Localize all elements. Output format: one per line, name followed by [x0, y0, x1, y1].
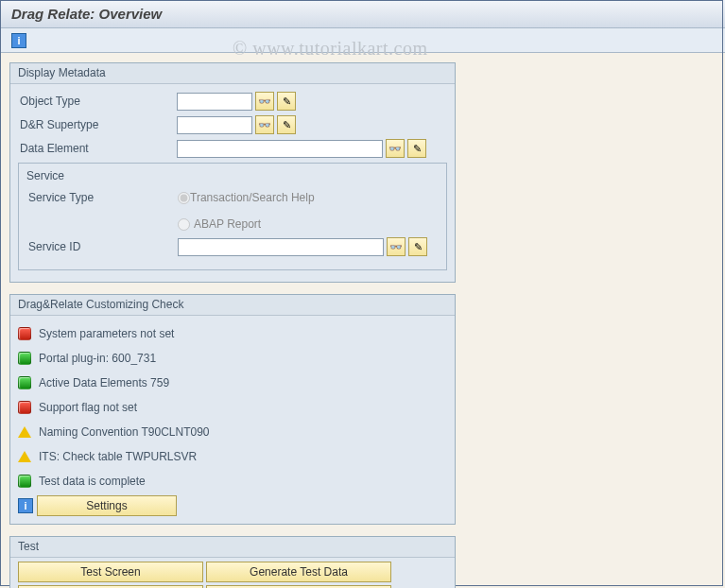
settings-button[interactable]: Settings [37, 495, 177, 516]
pencil-icon[interactable]: ✎ [408, 237, 427, 256]
status-row: Portal plug-in: 600_731 [18, 348, 447, 369]
status-row: Naming Convention T90CLNT090 [18, 422, 447, 442]
error-icon [18, 401, 31, 414]
status-text: Support flag not set [39, 401, 137, 414]
input-object-type[interactable] [177, 93, 252, 111]
pencil-icon[interactable]: ✎ [277, 115, 296, 134]
error-icon [18, 327, 31, 340]
status-row: Active Data Elements 759 [18, 372, 447, 393]
status-text: ITS: Check table TWPURLSVR [39, 450, 197, 463]
ok-icon [18, 352, 31, 365]
row-service-type: Service Type Transaction/Search Help [26, 191, 439, 212]
label-object-type: Object Type [18, 95, 177, 108]
settings-row: i Settings [18, 495, 447, 516]
glasses-icon[interactable]: 👓 [255, 115, 274, 134]
warning-icon [18, 451, 31, 462]
test-button-grid: Test Screen Generate Test Data Delete Qu… [18, 562, 447, 588]
input-supertype[interactable] [177, 116, 252, 134]
page-title: Drag Relate: Overview [0, 0, 725, 28]
info-icon[interactable]: i [18, 498, 33, 513]
panel-test: Test Test Screen Generate Test Data Dele… [9, 536, 456, 588]
row-abap-report: ABAP Report [178, 215, 439, 233]
status-row: Test data is complete [18, 471, 447, 492]
glasses-icon[interactable]: 👓 [387, 237, 406, 256]
status-text: Active Data Elements 759 [39, 376, 169, 389]
row-object-type: Object Type 👓 ✎ [18, 91, 447, 112]
status-text: Naming Convention T90CLNT090 [39, 425, 210, 439]
status-text: Portal plug-in: 600_731 [39, 352, 156, 365]
panel-customizing-check: Drag&Relate Customizing Check System par… [9, 294, 456, 525]
label-data-element: Data Element [18, 142, 177, 155]
status-text: System parameters not set [39, 327, 174, 340]
label-service-type: Service Type [26, 191, 178, 204]
panel-title: Test [10, 537, 455, 558]
panel-title: Drag&Relate Customizing Check [10, 295, 455, 316]
row-service-id: Service ID 👓 ✎ [26, 236, 439, 257]
info-icon[interactable]: i [11, 33, 26, 48]
panel-display-metadata: Display Metadata Object Type 👓 ✎ D&R Sup… [9, 62, 456, 283]
radio-label-abap: ABAP Report [194, 217, 261, 231]
glasses-icon[interactable]: 👓 [255, 92, 274, 111]
input-data-element[interactable] [177, 140, 383, 158]
pencil-icon[interactable]: ✎ [277, 92, 296, 111]
radio-transaction [178, 192, 190, 204]
service-title: Service [26, 167, 439, 188]
test-screen-button[interactable]: Test Screen [18, 562, 203, 582]
content-area: Display Metadata Object Type 👓 ✎ D&R Sup… [0, 53, 725, 588]
ok-icon [18, 475, 31, 488]
input-service-id[interactable] [178, 238, 384, 256]
label-supertype: D&R Supertype [18, 118, 177, 131]
warning-icon [18, 426, 31, 438]
generate-test-data-button[interactable]: Generate Test Data [206, 562, 391, 582]
sub-panel-service: Service Service Type Transaction/Search … [18, 163, 447, 270]
row-supertype: D&R Supertype 👓 ✎ [18, 114, 447, 135]
status-text: Test data is complete [39, 475, 146, 488]
toolbar: i [0, 28, 725, 53]
status-row: System parameters not set [18, 323, 447, 344]
radio-label-transaction: Transaction/Search Help [190, 191, 315, 204]
status-row: Support flag not set [18, 397, 447, 418]
panel-title: Display Metadata [10, 63, 455, 84]
glasses-icon[interactable]: 👓 [386, 139, 405, 158]
row-data-element: Data Element 👓 ✎ [18, 138, 447, 159]
label-service-id: Service ID [26, 240, 178, 253]
pencil-icon[interactable]: ✎ [407, 139, 426, 158]
status-row: ITS: Check table TWPURLSVR [18, 446, 447, 467]
ok-icon [18, 376, 31, 389]
radio-abap-report [178, 218, 190, 231]
